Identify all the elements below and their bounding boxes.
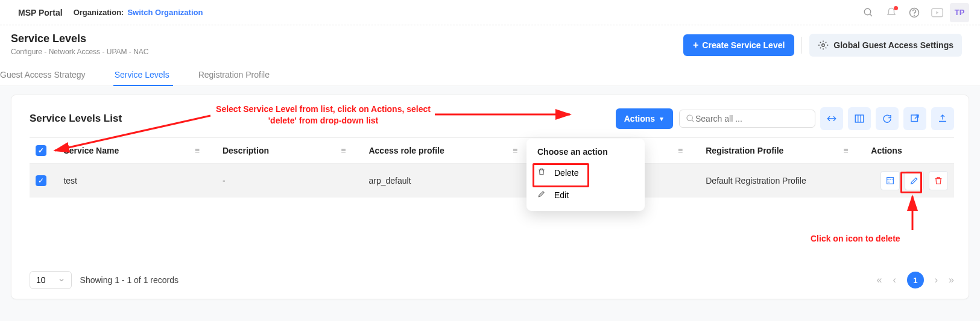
dropdown-item-label: Delete [554,168,578,178]
app-name: MSP Portal [18,8,63,17]
cell-description: - [217,164,362,198]
page-title: Service Levels [11,33,683,45]
bell-icon[interactable] [881,2,902,23]
expand-row-icon[interactable] [880,171,900,190]
service-levels-card: Service Levels List Actions ▼ Choose an … [11,95,969,299]
edit-row-icon[interactable] [905,171,924,190]
col-actions: Actions [871,146,902,155]
dropdown-item-label: Edit [554,190,569,200]
table-wrap: ✓ Service Name≡ Description≡ Access role… [11,137,969,198]
pager-next[interactable]: › [935,275,938,285]
svg-line-7 [692,120,694,122]
page-size-value: 10 [36,275,46,285]
svg-point-5 [822,44,825,47]
separator [801,37,802,54]
drag-handle-icon[interactable]: ≡ [195,146,210,155]
delete-row-icon[interactable] [929,171,948,190]
table-row[interactable]: ✓ test - arp_default Default Registratio… [30,164,954,198]
export-icon[interactable] [903,107,926,130]
drag-handle-icon[interactable]: ≡ [678,146,694,155]
columns-icon[interactable] [848,107,871,130]
cell-service-name: test [57,164,217,198]
tab-guest-access-strategy[interactable]: Guest Access Strategy [0,65,100,86]
col-service-name: Service Name [63,146,119,155]
page-size-select[interactable]: 10 [30,271,72,289]
pager-current[interactable]: 1 [907,272,924,288]
actions-dropdown-menu: Choose an action Delete Edit [526,139,645,211]
refresh-icon[interactable] [876,107,899,130]
global-btn-label: Global Guest Access Settings [833,40,953,50]
svg-point-0 [864,8,871,15]
create-btn-label: Create Service Level [702,40,785,50]
switch-org-link[interactable]: Switch Organization [127,8,203,17]
pager: « ‹ 1 › » [877,272,954,288]
service-levels-table: ✓ Service Name≡ Description≡ Access role… [30,137,954,198]
search-box[interactable] [679,110,815,128]
col-access-role-profile: Access role profile [368,146,444,155]
search-icon [686,114,695,123]
svg-point-3 [914,15,915,16]
plus-icon: + [693,40,698,50]
notification-dot [894,6,898,10]
upload-icon[interactable] [931,107,954,130]
card-header: Service Levels List Actions ▼ [11,95,969,137]
pencil-icon [537,190,547,200]
svg-point-6 [687,115,692,120]
org-label: Organization: [74,8,124,17]
row-actions [871,171,948,190]
dropdown-item-edit[interactable]: Edit [526,184,645,206]
actions-btn-label: Actions [624,114,655,123]
page-header: Service Levels Configure - Network Acces… [0,25,980,57]
topbar: MSP Portal Organization: Switch Organiza… [0,0,980,25]
create-service-level-button[interactable]: + Create Service Level [683,34,794,56]
svg-rect-15 [887,178,894,184]
svg-rect-11 [911,115,918,122]
expand-columns-icon[interactable] [820,107,843,130]
tabs: Guest Access Strategy Service Levels Reg… [0,57,980,86]
card-title: Service Levels List [30,113,122,125]
user-avatar[interactable]: TP [950,3,969,22]
global-guest-settings-button[interactable]: Global Guest Access Settings [809,34,962,57]
trash-icon [537,167,547,178]
video-icon[interactable] [927,2,947,23]
cell-arp: arp_default [362,164,534,198]
help-icon[interactable] [904,2,925,23]
search-input[interactable] [695,114,809,123]
col-description: Description [223,146,269,155]
drag-handle-icon[interactable]: ≡ [843,146,859,155]
arrow-to-delete-icon [906,193,918,232]
row-checkbox[interactable]: ✓ [36,175,46,186]
caret-down-icon: ▼ [659,116,665,122]
cell-reg-profile: Default Registration Profile [700,164,865,198]
tab-registration-profile[interactable]: Registration Profile [198,65,284,86]
pager-last[interactable]: » [949,275,954,285]
svg-rect-8 [855,115,864,122]
dropdown-title: Choose an action [526,147,645,161]
col-registration-profile: Registration Profile [706,146,783,155]
pager-prev[interactable]: ‹ [893,275,896,285]
svg-line-1 [870,14,872,16]
card-footer: 10 Showing 1 - 1 of 1 records « ‹ 1 › » [30,271,954,289]
page-info: Showing 1 - 1 of 1 records [80,275,179,285]
tab-service-levels[interactable]: Service Levels [115,65,184,86]
annotation-bottom: Click on icon to delete [811,234,900,243]
gear-icon [818,40,829,51]
pager-first[interactable]: « [877,275,882,285]
breadcrumb: Configure - Network Access - UPAM - NAC [11,48,683,56]
chevron-down-icon [58,276,65,284]
dropdown-item-delete[interactable]: Delete [526,161,645,184]
drag-handle-icon[interactable]: ≡ [341,146,356,155]
search-icon[interactable] [858,2,879,23]
table-header-row: ✓ Service Name≡ Description≡ Access role… [30,138,954,164]
select-all-checkbox[interactable]: ✓ [36,145,46,156]
actions-dropdown-button[interactable]: Actions ▼ [616,108,673,129]
